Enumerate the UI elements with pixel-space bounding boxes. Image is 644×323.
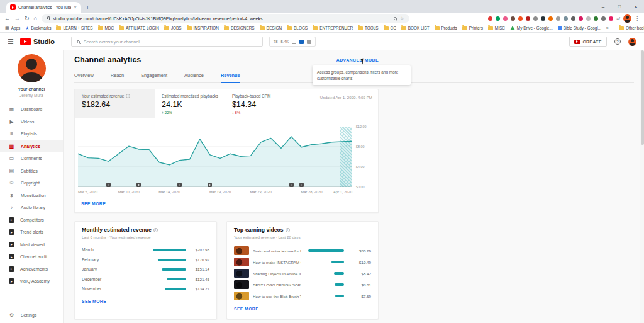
tab-close-icon[interactable]: ×: [74, 4, 77, 10]
extension-icon[interactable]: [488, 16, 492, 21]
bookmark-item[interactable]: BOOK LIST: [401, 26, 430, 30]
create-button[interactable]: CREATE: [569, 37, 607, 47]
sidebar-item-dashboard[interactable]: ▦Dashboard: [0, 103, 63, 116]
bookmark-item[interactable]: AFFILIATE LOGIN: [119, 26, 159, 30]
search-input[interactable]: [84, 39, 257, 45]
extension-icon[interactable]: [564, 16, 568, 21]
video-published-marker[interactable]: [208, 183, 212, 187]
extension-icon[interactable]: [511, 16, 515, 21]
monthly-revenue-row[interactable]: November$134.27: [82, 284, 209, 294]
bookmark-item[interactable]: My Drive - Google...: [510, 26, 553, 30]
sidebar-item-achievements[interactable]: ▸Achievements: [0, 263, 63, 276]
sidebar-item-most-viewed[interactable]: ▸Most viewed: [0, 239, 63, 251]
extension-icon[interactable]: [571, 16, 575, 21]
scrollbar-thumb[interactable]: [641, 50, 644, 145]
vidiq-play-icon[interactable]: [299, 40, 304, 44]
window-maximize-button[interactable]: □: [611, 0, 628, 13]
tab-engagement[interactable]: Engagement: [141, 70, 167, 82]
hamburger-menu-icon[interactable]: ☰: [8, 38, 14, 46]
extension-icon[interactable]: [526, 16, 530, 21]
browser-tab[interactable]: Channel analytics - YouTube Stu... ×: [6, 2, 80, 13]
sidebar-item-comments[interactable]: ▭Comments: [0, 152, 63, 165]
top-video-row[interactable]: Grain and noise texture for Illustration…: [234, 245, 371, 256]
monthly-revenue-row[interactable]: February$176.92: [82, 255, 209, 265]
channel-search-box[interactable]: [71, 37, 263, 47]
bookmark-item[interactable]: BLOGS: [287, 26, 308, 30]
browser-profile-avatar[interactable]: [623, 14, 631, 23]
sidebar-item-playlists[interactable]: ≡Playlists: [0, 128, 63, 140]
video-published-marker[interactable]: [106, 183, 111, 187]
vidiq-toolbar-widget[interactable]: 78 5.4K: [269, 37, 316, 47]
studio-logo[interactable]: Studio: [20, 38, 55, 45]
vidiq-mini-icon[interactable]: [292, 40, 296, 44]
tab-audience[interactable]: Audience: [184, 70, 204, 82]
sidebar-item-audio-library[interactable]: ♪Audio library: [0, 201, 63, 214]
bookmark-item[interactable]: MISC: [488, 26, 505, 30]
bookmark-item[interactable]: Other bookmarks: [619, 26, 644, 30]
channel-avatar[interactable]: [18, 54, 46, 82]
bookmark-item[interactable]: Products: [435, 26, 457, 30]
sidebar-item-trend-alerts[interactable]: ▸Trend alerts: [0, 226, 63, 239]
extension-icon[interactable]: [609, 16, 613, 21]
window-close-button[interactable]: ×: [628, 0, 644, 13]
revenue-chart[interactable]: $12.00$8.00$4.00$0.00 Mar 5, 2020Mar 10,…: [78, 127, 374, 196]
video-published-marker[interactable]: [289, 183, 294, 187]
sidebar-item-copyright[interactable]: ©Copyright: [0, 177, 63, 190]
account-avatar[interactable]: [628, 38, 636, 46]
home-icon[interactable]: ⌂: [34, 15, 37, 21]
sidebar-item-competitors[interactable]: ▸Competitors: [0, 214, 63, 227]
tab-revenue[interactable]: Revenue: [221, 70, 240, 83]
bookmark-item[interactable]: ENTREPRENUER: [313, 26, 353, 30]
window-minimize-button[interactable]: –: [595, 0, 611, 13]
forward-icon[interactable]: →: [14, 15, 20, 21]
bookmark-item[interactable]: TOOLS: [358, 26, 379, 30]
bookmark-item[interactable]: Printers: [462, 26, 483, 30]
bookmark-item[interactable]: DESIGNERS: [224, 26, 255, 30]
bookmark-item[interactable]: MDC: [98, 26, 114, 30]
bookmark-item[interactable]: INSPIRATION: [187, 26, 219, 30]
extension-icon[interactable]: [518, 16, 523, 21]
new-tab-button[interactable]: +: [86, 4, 89, 11]
metric-estimated-revenue[interactable]: Your estimated revenue $182.64: [75, 89, 155, 118]
tab-overview[interactable]: Overview: [74, 70, 94, 82]
bookmark-item[interactable]: ▦Apps: [5, 26, 20, 31]
top-video-row[interactable]: How to make INSTAGRAM CAROUSELS - Il...$…: [234, 256, 371, 268]
metric-monetized-playbacks[interactable]: Estimated monetized playbacks 24.1K ↑ 22…: [155, 89, 225, 118]
browser-menu-icon[interactable]: ⋮: [635, 16, 640, 21]
sidebar-item-videos[interactable]: ▶Videos: [0, 116, 63, 128]
monthly-revenue-row[interactable]: January$151.14: [82, 264, 209, 275]
advanced-mode-link[interactable]: ADVANCED MODE: [336, 58, 379, 62]
sidebar-item-channel-audit[interactable]: ▸Channel audit: [0, 251, 63, 263]
extension-icon[interactable]: ≡/: [616, 16, 620, 21]
extension-icon[interactable]: [594, 16, 598, 21]
extension-icon[interactable]: [496, 16, 500, 21]
video-published-marker[interactable]: [136, 183, 141, 187]
bookmark-item[interactable]: Bible Study - Googl...: [558, 26, 601, 30]
extension-icon[interactable]: [503, 16, 508, 21]
bookmark-item[interactable]: LEARN + SITES: [56, 26, 92, 30]
extension-icon[interactable]: [579, 16, 583, 21]
monthly-revenue-row[interactable]: March$207.93: [82, 245, 209, 255]
sidebar-item-subtitles[interactable]: ▤Subtitles: [0, 165, 63, 178]
extension-icon[interactable]: [556, 16, 560, 21]
bookmark-item[interactable]: CC: [384, 26, 396, 30]
lock-icon[interactable]: [47, 18, 50, 20]
page-scrollbar[interactable]: [640, 50, 644, 323]
extension-icon[interactable]: [533, 16, 538, 21]
sidebar-item-settings[interactable]: ⚙ Settings: [0, 309, 63, 322]
address-bar[interactable]: studio.youtube.com/channel/UCsKxAGJpOi-t…: [42, 14, 409, 23]
top-video-row[interactable]: Shading Objects in Adobe Illustrator CC$…: [234, 268, 371, 279]
see-more-link[interactable]: SEE MORE: [234, 307, 258, 311]
sidebar-item-vidiq-academy[interactable]: ▸vidIQ Academy: [0, 275, 63, 288]
sidebar-item-analytics[interactable]: ▥Analytics: [0, 140, 63, 153]
bookmark-item[interactable]: JOBS: [164, 26, 182, 30]
bookmark-star-icon[interactable]: ☆: [400, 16, 404, 21]
extension-icon[interactable]: [601, 16, 606, 21]
tab-reach[interactable]: Reach: [111, 70, 124, 82]
top-video-row[interactable]: How to use the Blob Brush Tool in Adobe …: [234, 290, 371, 302]
metric-playback-cpm[interactable]: Playback-based CPM $14.34 ↓ 8%: [225, 89, 277, 118]
extension-icon[interactable]: [548, 16, 553, 21]
search-icon[interactable]: [394, 17, 397, 20]
top-video-row[interactable]: BEST LOGO DESIGN SOFTWARE 2020$8.01: [234, 279, 371, 290]
see-more-link[interactable]: SEE MORE: [81, 201, 106, 206]
